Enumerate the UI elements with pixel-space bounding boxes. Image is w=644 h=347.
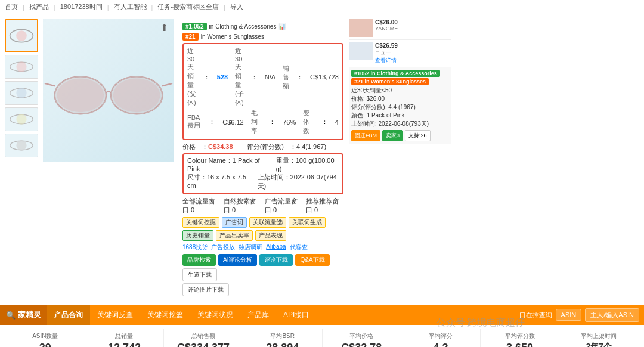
top-bar: 首页 | 找产品 | 18017238时间 | 有人工智能 | 任务-搜索商标区…	[0, 0, 644, 14]
child-val: N/A	[265, 73, 275, 80]
metrics-row: 全部流量窗口 0 自然搜索窗口 0 广告流量窗口 0 推荐推荐窗口 0	[182, 197, 343, 215]
sp-img-1	[349, 19, 373, 37]
product-info-panel: #1,052 in Clothing & Accessories 📊 #21 i…	[179, 19, 347, 300]
kw-tag-1[interactable]: 广告词	[222, 217, 247, 228]
margin-val: 76%	[283, 119, 296, 126]
topbar-item-find[interactable]: 找产品	[29, 2, 49, 11]
sr-launch: 上架时间: 2022-06-08(793天)	[351, 120, 448, 128]
sp-seller-1: YANGME...	[375, 26, 451, 32]
product-section: ⬆ #1	[0, 14, 644, 305]
nav-asin-input-btn[interactable]: 主人/蝙入ASIN	[585, 308, 639, 322]
sales30-label: 近30天销量(父体)	[187, 47, 196, 107]
sidebar-product-1: C$26.00 YANGME...	[349, 17, 451, 40]
stat-cell-2: 总销售额 C$334,377 870 - 542,952	[164, 329, 243, 347]
share-icon[interactable]: ⬆	[160, 22, 168, 33]
revenue-label: 销售额	[283, 64, 289, 91]
metric-2: 广告流量窗口 0	[265, 197, 302, 215]
nav-item-keyword-status[interactable]: 关键词状况	[190, 305, 240, 325]
sp-detail-link[interactable]: 查看详情	[375, 57, 451, 64]
rank2-category: in Women's Sunglasses	[201, 33, 264, 40]
sidebar-right-panel: #1052 in Clothing & Accessories #21 in W…	[349, 67, 451, 144]
sidebar-product-2: C$26.59 ニュー... 查看详情	[349, 40, 451, 67]
link-ad[interactable]: 广告投放	[211, 243, 235, 252]
stat-cell-5: 平均评分 4.2 1.0 - 4.6	[401, 329, 481, 347]
sp-price-2: C$26.59	[375, 42, 451, 49]
kw-tag-6[interactable]: 产品表现	[255, 230, 286, 241]
fba-label: FBA费用	[187, 114, 202, 130]
thumbnail-2[interactable]	[5, 55, 38, 79]
svg-point-1	[16, 30, 27, 41]
product-panel: ⬆ #1	[0, 14, 346, 305]
svg-point-14	[57, 79, 104, 113]
review-img-download-btn[interactable]: 评论图片下载	[182, 283, 229, 296]
sp-price-1: C$26.00	[375, 19, 451, 26]
topbar-item-home[interactable]: 首页	[5, 2, 18, 11]
price-value: C$34.38	[208, 143, 233, 150]
link-alibaba[interactable]: Alibaba	[266, 243, 286, 252]
kw-tag-3[interactable]: 关联词生成	[289, 217, 326, 228]
nav-item-keywords[interactable]: 关键词反查	[90, 305, 140, 325]
rating-label: 评分(评分数)	[247, 143, 284, 150]
kw-tag-0[interactable]: 关键词挖掘	[182, 217, 219, 228]
brand-search-btn[interactable]: 品牌检索	[182, 254, 216, 266]
thumbnail-3[interactable]	[5, 81, 38, 105]
action-buttons: 品牌检索 AI评论分析 评论下载 Q&A下载 生道下载	[182, 254, 343, 281]
child-label: 近30天销量(子体)	[235, 47, 244, 107]
sr-btn-support[interactable]: 支持:26	[405, 130, 431, 141]
nav-item-product[interactable]: 产品合询	[47, 305, 90, 325]
kw-tag-2[interactable]: 关联流量选	[249, 217, 286, 228]
live-download-btn[interactable]: 生道下载	[182, 268, 217, 281]
size-label: 尺寸	[187, 174, 200, 181]
topbar-item-task[interactable]: 任务-搜索商标区全店	[157, 2, 219, 11]
svg-point-7	[16, 114, 26, 124]
kw-tag-5[interactable]: 产品出卖率	[216, 230, 253, 241]
rank2-badge: #21	[182, 33, 199, 41]
topbar-item-import[interactable]: 导入	[230, 2, 243, 11]
svg-point-3	[16, 61, 26, 72]
link-store[interactable]: 独店调研	[239, 243, 262, 252]
link-agent[interactable]: 代客查	[290, 243, 308, 252]
logo-text: 家精灵	[18, 309, 41, 320]
thumbnail-4[interactable]	[5, 107, 38, 131]
metric-3: 推荐推荐窗口 0	[306, 197, 343, 215]
nav-logo: 🔍 家精灵	[0, 305, 47, 325]
svg-point-15	[113, 79, 160, 113]
nav-item-product-lib[interactable]: 产品库	[240, 305, 276, 325]
metric-1: 自然搜索窗口 0	[224, 197, 261, 215]
qa-download-btn[interactable]: Q&A下载	[295, 254, 329, 266]
launch-label: 上架时间	[258, 174, 284, 181]
link-1688[interactable]: 1688找货	[182, 243, 208, 252]
ai-analysis-btn[interactable]: AI评论分析	[218, 254, 257, 266]
product-details-box: Colour Name：1 Pack of Pink 重量：100 g(100.…	[182, 153, 343, 194]
kw-tag-4[interactable]: 历史销量	[182, 230, 213, 241]
keyword-tags: 关键词挖掘 广告词 关联流量选 关联词生成 历史销量 产品出卖率 产品表现	[182, 217, 343, 241]
sr-btn-fbm[interactable]: 固迁FBM	[351, 130, 380, 141]
sales30-val: 528	[217, 73, 228, 80]
nav-item-api[interactable]: API接口	[276, 305, 316, 325]
revenue-val: C$13,728	[310, 73, 339, 80]
colour-label: Colour Name	[187, 157, 226, 164]
svg-line-13	[162, 83, 172, 86]
stat-cell-6: 平均评分数 3,650 1 - 24,822	[481, 329, 560, 347]
review-download-btn[interactable]: 评论下载	[259, 254, 293, 266]
nav-asin-btn[interactable]: ASIN	[556, 309, 582, 321]
stats-grid: ASIN数量 29 平均库销 439 总销量 12,742 平均销售额 C$12…	[6, 329, 638, 347]
sr-sales30: 近30天销量<50	[351, 86, 448, 95]
sr-btn-seller[interactable]: 卖家3	[382, 130, 403, 141]
sr-badge1: #1052 in Clothing & Accessories	[351, 70, 440, 77]
thumbnail-main[interactable]	[5, 19, 38, 52]
nav-query-label: 口在插查询	[519, 311, 552, 320]
thumbnail-5[interactable]	[5, 134, 38, 157]
product-main-image: ⬆	[43, 19, 174, 162]
sr-rating: 评分(评分数): 4.4 (1967)	[351, 103, 448, 111]
sku-label: 变体数	[303, 109, 314, 135]
topbar-item-ai[interactable]: 有人工智能	[114, 2, 147, 11]
nav-item-keyword-basket[interactable]: 关键词挖篮	[140, 305, 190, 325]
nav-right: 口在插查询 ASIN 主人/蝙入ASIN	[515, 308, 644, 322]
sr-colour: 颜色: 1 Pack of Pink	[351, 111, 448, 120]
svg-line-12	[45, 83, 55, 86]
external-links: 1688找货 广告投放 独店调研 Alibaba 代客查	[182, 243, 343, 252]
thumbnail-column	[5, 19, 38, 300]
weight-label: 重量	[276, 157, 289, 164]
price-label: 价格	[182, 143, 196, 150]
